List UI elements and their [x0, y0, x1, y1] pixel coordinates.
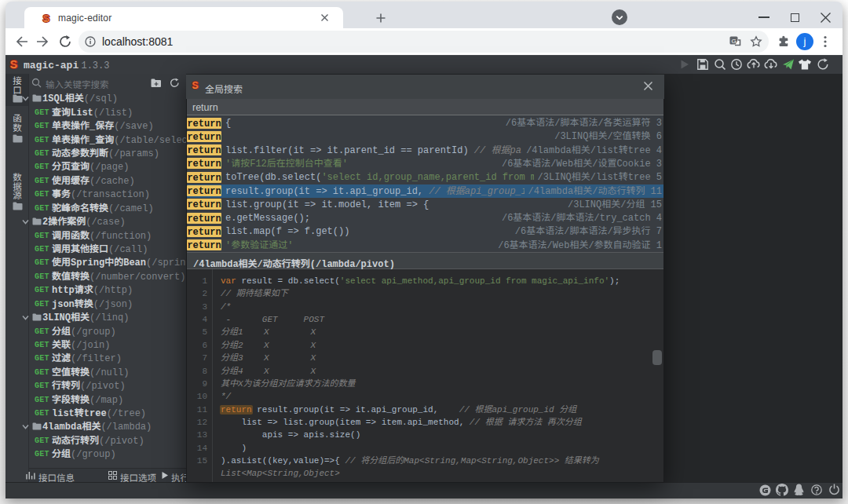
svg-text:S: S — [192, 80, 198, 90]
svg-text:G: G — [731, 38, 736, 45]
svg-text:S: S — [10, 59, 18, 71]
svg-text:S: S — [43, 13, 50, 24]
